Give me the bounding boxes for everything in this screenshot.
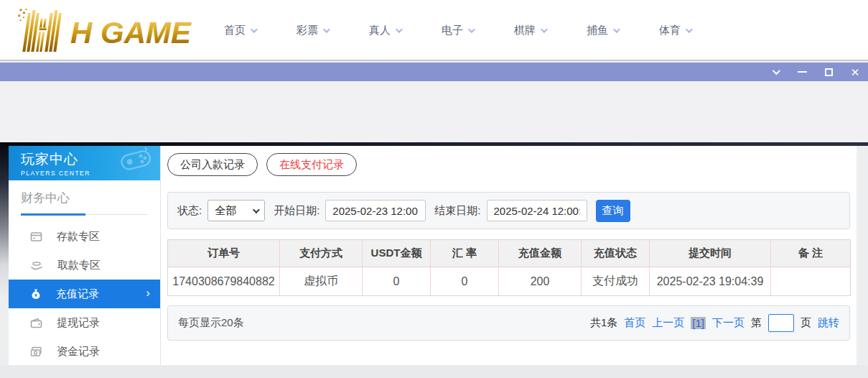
minimize-button[interactable] — [796, 66, 808, 78]
sidebar-item-label: 充值记录 — [56, 287, 99, 301]
chevron-down-icon — [686, 26, 693, 33]
jump-button[interactable]: 跳转 — [818, 316, 839, 330]
status-select[interactable]: 全部 — [207, 200, 265, 221]
section-underline — [21, 213, 148, 216]
pagination-bar: 每页显示20条 共1条 首页 上一页 [1] 下一页 第 页 跳转 — [167, 305, 850, 341]
sidebar-item-withdrawal-records[interactable]: 提现记录 — [9, 308, 160, 337]
cell-submit-time: 2025-02-23 19:04:39 — [650, 267, 771, 296]
col-recharge-status: 充值状态 — [582, 240, 650, 267]
nav-item-label: 首页 — [224, 24, 246, 37]
sidebar-subtitle: PLAYERS CENTER — [21, 170, 160, 177]
sidebar-item-label: 存款专区 — [57, 230, 100, 244]
left-edge-shadow — [0, 142, 9, 365]
records-table: 订单号 支付方式 USDT金额 汇 率 充值金额 充值状态 提交时间 备 注 1… — [167, 239, 851, 296]
status-select-value: 全部 — [215, 204, 236, 218]
logo-h-bars-icon — [13, 9, 62, 52]
maximize-icon — [825, 68, 833, 76]
first-page-link[interactable]: 首页 — [624, 316, 645, 330]
cell-recharge-status: 支付成功 — [582, 267, 650, 296]
col-recharge-amount: 充值金额 — [499, 240, 582, 267]
banknote-icon — [30, 346, 42, 358]
close-button[interactable]: ✕ — [849, 66, 861, 78]
chevron-down-icon — [468, 26, 475, 33]
sidebar-item-recharge-records[interactable]: 充值记录 › — [9, 280, 160, 308]
end-date-label: 结束日期: — [434, 204, 480, 218]
nav-item-chess[interactable]: 棋牌 — [514, 24, 546, 37]
cell-usdt-amount: 0 — [363, 267, 431, 296]
close-icon: ✕ — [851, 67, 860, 78]
top-header: H GAME 首页 彩票 真人 电子 棋牌 捕鱼 体育 — [0, 0, 868, 61]
logo-text: H GAME — [70, 16, 192, 50]
sidebar-item-deposit[interactable]: 存款专区 — [9, 222, 160, 251]
nav-item-lottery[interactable]: 彩票 — [297, 24, 328, 37]
pagination-controls: 共1条 首页 上一页 [1] 下一页 第 页 跳转 — [590, 314, 839, 332]
sidebar-item-funds-records[interactable]: 资金记录 — [9, 337, 160, 366]
app-window: H GAME 首页 彩票 真人 电子 棋牌 捕鱼 体育 ✕ 玩家中心 PL — [0, 0, 868, 378]
nav-item-sports[interactable]: 体育 — [659, 24, 691, 37]
jump-suffix-label: 页 — [801, 316, 811, 330]
hand-coin-icon — [30, 259, 43, 272]
cell-remarks — [771, 267, 851, 296]
tab-online-payment-records[interactable]: 在线支付记录 — [266, 153, 357, 176]
col-usdt-amount: USDT金额 — [363, 240, 431, 267]
card-icon — [30, 231, 42, 243]
brand-logo[interactable]: H GAME — [4, 7, 198, 53]
chevron-down-icon — [396, 26, 403, 33]
main-panel: 公司入款记录 在线支付记录 状态: 全部 开始日期: 结束日期: 查询 — [161, 146, 857, 365]
per-page-label: 每页显示20条 — [178, 316, 244, 330]
sidebar-item-withdraw[interactable]: 取款专区 — [9, 251, 160, 280]
window-title-bar: ✕ — [0, 63, 868, 81]
jump-prefix-label: 第 — [751, 316, 762, 330]
chevron-down-icon — [251, 26, 258, 33]
start-date-input[interactable] — [325, 200, 426, 221]
chevron-down-icon — [541, 26, 548, 33]
next-page-link[interactable]: 下一页 — [712, 316, 745, 330]
search-button[interactable]: 查询 — [596, 200, 630, 222]
start-date-label: 开始日期: — [274, 204, 319, 218]
chevron-down-icon — [613, 26, 620, 33]
cell-recharge-amount: 200 — [499, 267, 582, 296]
money-bag-icon — [30, 288, 42, 300]
minimize-icon — [798, 71, 807, 73]
current-page-indicator: [1] — [691, 317, 706, 329]
col-submit-time: 提交时间 — [650, 240, 771, 267]
chevron-down-icon — [323, 26, 330, 33]
sidebar-item-label: 提现记录 — [57, 316, 100, 330]
window-controls: ✕ — [770, 63, 868, 81]
status-label: 状态: — [177, 204, 202, 218]
table-row: 1740308679840882 虚拟币 0 0 200 支付成功 2025-0… — [168, 267, 851, 296]
nav-item-label: 真人 — [369, 24, 391, 37]
sidebar-section-title: 财务中心 — [21, 189, 148, 208]
nav-item-slots[interactable]: 电子 — [442, 24, 473, 37]
total-count-label: 共1条 — [590, 316, 617, 330]
sidebar-section: 财务中心 — [9, 180, 160, 216]
cell-order-id: 1740308679840882 — [168, 267, 280, 296]
cell-payment-method: 虚拟币 — [280, 267, 363, 296]
col-order-id: 订单号 — [168, 240, 280, 267]
nav-item-fishing[interactable]: 捕鱼 — [587, 24, 618, 37]
nav-item-home[interactable]: 首页 — [224, 24, 256, 37]
wallet-icon — [30, 317, 42, 329]
sidebar-menu: 存款专区 取款专区 充值记录 › — [9, 222, 160, 366]
content-area: 玩家中心 PLAYERS CENTER 财务中心 — [0, 142, 868, 365]
chevron-down-icon — [773, 67, 780, 75]
nav-item-live[interactable]: 真人 — [369, 24, 401, 37]
tab-company-deposit-records[interactable]: 公司入款记录 — [167, 153, 258, 176]
sidebar-item-label: 资金记录 — [57, 345, 100, 359]
end-date-input[interactable] — [487, 200, 587, 221]
bottom-band — [0, 365, 868, 378]
maximize-button[interactable] — [823, 66, 834, 78]
chevron-right-icon: › — [146, 286, 150, 300]
page-number-input[interactable] — [768, 314, 794, 332]
nav-item-label: 棋牌 — [514, 24, 536, 37]
sidebar-item-label: 取款专区 — [57, 259, 101, 272]
nav-item-label: 体育 — [659, 24, 681, 37]
window-collapse-button[interactable] — [770, 66, 781, 78]
prev-page-link[interactable]: 上一页 — [652, 316, 684, 330]
page-gap — [0, 81, 868, 142]
sidebar-header: 玩家中心 PLAYERS CENTER — [9, 146, 160, 180]
nav-item-label: 电子 — [442, 24, 463, 37]
cell-exchange-rate: 0 — [431, 267, 499, 296]
main-nav: 首页 彩票 真人 电子 棋牌 捕鱼 体育 — [224, 0, 691, 61]
nav-item-label: 捕鱼 — [587, 24, 608, 37]
